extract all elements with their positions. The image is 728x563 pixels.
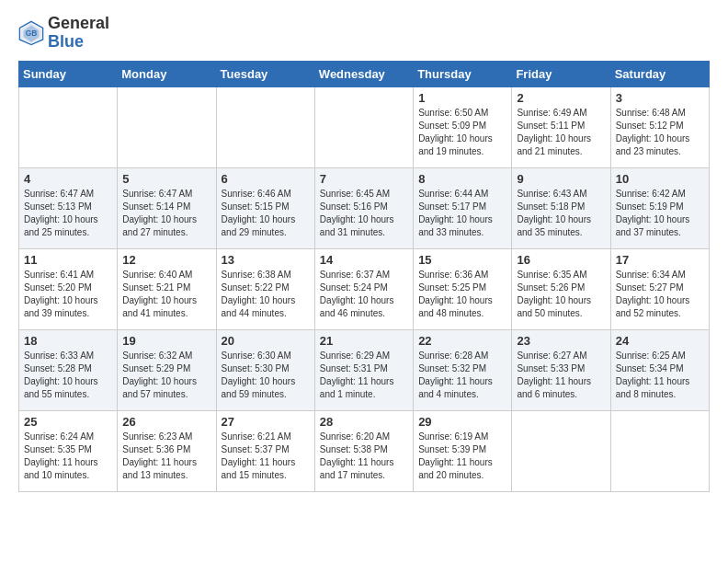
calendar-day-cell: 11Sunrise: 6:41 AM Sunset: 5:20 PM Dayli… <box>19 248 118 329</box>
day-info: Sunrise: 6:49 AM Sunset: 5:11 PM Dayligh… <box>517 107 605 158</box>
day-info: Sunrise: 6:28 AM Sunset: 5:32 PM Dayligh… <box>418 350 506 401</box>
day-info: Sunrise: 6:47 AM Sunset: 5:13 PM Dayligh… <box>24 188 112 239</box>
day-info: Sunrise: 6:21 AM Sunset: 5:37 PM Dayligh… <box>222 431 310 482</box>
day-number: 12 <box>122 253 210 267</box>
day-of-week-header: Thursday <box>414 61 512 86</box>
calendar-day-cell <box>19 86 118 167</box>
calendar-day-cell: 25Sunrise: 6:24 AM Sunset: 5:35 PM Dayli… <box>19 410 118 491</box>
logo-text: GeneralBlue <box>48 15 109 52</box>
day-info: Sunrise: 6:34 AM Sunset: 5:27 PM Dayligh… <box>616 269 704 320</box>
calendar-day-cell: 22Sunrise: 6:28 AM Sunset: 5:32 PM Dayli… <box>414 329 512 410</box>
day-info: Sunrise: 6:41 AM Sunset: 5:20 PM Dayligh… <box>24 269 112 320</box>
day-number: 11 <box>24 253 112 267</box>
calendar-week-row: 25Sunrise: 6:24 AM Sunset: 5:35 PM Dayli… <box>19 410 710 491</box>
calendar-day-cell: 4Sunrise: 6:47 AM Sunset: 5:13 PM Daylig… <box>19 167 118 248</box>
calendar-day-cell: 2Sunrise: 6:49 AM Sunset: 5:11 PM Daylig… <box>512 86 610 167</box>
day-number: 10 <box>616 172 704 186</box>
day-number: 15 <box>418 253 506 267</box>
calendar-day-cell: 8Sunrise: 6:44 AM Sunset: 5:17 PM Daylig… <box>414 167 512 248</box>
calendar-day-cell: 16Sunrise: 6:35 AM Sunset: 5:26 PM Dayli… <box>512 248 610 329</box>
calendar-day-cell: 19Sunrise: 6:32 AM Sunset: 5:29 PM Dayli… <box>118 329 216 410</box>
day-number: 25 <box>24 415 112 429</box>
day-info: Sunrise: 6:20 AM Sunset: 5:38 PM Dayligh… <box>320 431 408 482</box>
calendar-day-cell <box>512 410 610 491</box>
day-info: Sunrise: 6:29 AM Sunset: 5:31 PM Dayligh… <box>320 350 408 401</box>
day-number: 1 <box>418 91 506 105</box>
calendar-day-cell: 3Sunrise: 6:48 AM Sunset: 5:12 PM Daylig… <box>610 86 709 167</box>
day-number: 27 <box>222 415 310 429</box>
calendar-day-cell <box>118 86 216 167</box>
calendar-day-cell: 6Sunrise: 6:46 AM Sunset: 5:15 PM Daylig… <box>216 167 314 248</box>
header: GB GeneralBlue <box>18 15 710 52</box>
calendar-day-cell: 24Sunrise: 6:25 AM Sunset: 5:34 PM Dayli… <box>610 329 709 410</box>
calendar-day-cell: 28Sunrise: 6:20 AM Sunset: 5:38 PM Dayli… <box>314 410 413 491</box>
calendar-day-cell: 18Sunrise: 6:33 AM Sunset: 5:28 PM Dayli… <box>19 329 118 410</box>
calendar-day-cell: 9Sunrise: 6:43 AM Sunset: 5:18 PM Daylig… <box>512 167 610 248</box>
calendar-day-cell: 7Sunrise: 6:45 AM Sunset: 5:16 PM Daylig… <box>314 167 413 248</box>
calendar-day-cell: 26Sunrise: 6:23 AM Sunset: 5:36 PM Dayli… <box>118 410 216 491</box>
day-of-week-header: Tuesday <box>216 61 314 86</box>
calendar-day-cell <box>610 410 709 491</box>
calendar-day-cell: 13Sunrise: 6:38 AM Sunset: 5:22 PM Dayli… <box>216 248 314 329</box>
logo-icon: GB <box>18 20 44 46</box>
day-info: Sunrise: 6:25 AM Sunset: 5:34 PM Dayligh… <box>616 350 704 401</box>
calendar-week-row: 18Sunrise: 6:33 AM Sunset: 5:28 PM Dayli… <box>19 329 710 410</box>
calendar-table: SundayMondayTuesdayWednesdayThursdayFrid… <box>18 61 710 492</box>
day-info: Sunrise: 6:40 AM Sunset: 5:21 PM Dayligh… <box>122 269 210 320</box>
day-info: Sunrise: 6:24 AM Sunset: 5:35 PM Dayligh… <box>24 431 112 482</box>
day-of-week-header: Sunday <box>19 61 118 86</box>
day-number: 5 <box>122 172 210 186</box>
calendar-day-cell: 20Sunrise: 6:30 AM Sunset: 5:30 PM Dayli… <box>216 329 314 410</box>
day-info: Sunrise: 6:47 AM Sunset: 5:14 PM Dayligh… <box>122 188 210 239</box>
calendar-day-cell: 17Sunrise: 6:34 AM Sunset: 5:27 PM Dayli… <box>610 248 709 329</box>
day-number: 24 <box>616 334 704 348</box>
calendar-day-cell <box>216 86 314 167</box>
day-info: Sunrise: 6:50 AM Sunset: 5:09 PM Dayligh… <box>418 107 506 158</box>
logo: GB GeneralBlue <box>18 15 109 52</box>
day-number: 8 <box>418 172 506 186</box>
day-number: 9 <box>517 172 605 186</box>
day-number: 20 <box>222 334 310 348</box>
calendar-day-cell <box>314 86 413 167</box>
day-number: 6 <box>222 172 310 186</box>
calendar-header-row: SundayMondayTuesdayWednesdayThursdayFrid… <box>19 61 710 86</box>
day-info: Sunrise: 6:27 AM Sunset: 5:33 PM Dayligh… <box>517 350 605 401</box>
day-info: Sunrise: 6:48 AM Sunset: 5:12 PM Dayligh… <box>616 107 704 158</box>
day-number: 18 <box>24 334 112 348</box>
day-info: Sunrise: 6:43 AM Sunset: 5:18 PM Dayligh… <box>517 188 605 239</box>
day-number: 7 <box>320 172 408 186</box>
day-number: 17 <box>616 253 704 267</box>
day-info: Sunrise: 6:45 AM Sunset: 5:16 PM Dayligh… <box>320 188 408 239</box>
day-number: 26 <box>122 415 210 429</box>
calendar-day-cell: 21Sunrise: 6:29 AM Sunset: 5:31 PM Dayli… <box>314 329 413 410</box>
day-number: 21 <box>320 334 408 348</box>
day-info: Sunrise: 6:35 AM Sunset: 5:26 PM Dayligh… <box>517 269 605 320</box>
day-info: Sunrise: 6:30 AM Sunset: 5:30 PM Dayligh… <box>222 350 310 401</box>
day-of-week-header: Wednesday <box>314 61 413 86</box>
day-info: Sunrise: 6:36 AM Sunset: 5:25 PM Dayligh… <box>418 269 506 320</box>
day-number: 13 <box>222 253 310 267</box>
day-info: Sunrise: 6:42 AM Sunset: 5:19 PM Dayligh… <box>616 188 704 239</box>
day-of-week-header: Saturday <box>610 61 709 86</box>
day-info: Sunrise: 6:33 AM Sunset: 5:28 PM Dayligh… <box>24 350 112 401</box>
day-info: Sunrise: 6:44 AM Sunset: 5:17 PM Dayligh… <box>418 188 506 239</box>
calendar-week-row: 4Sunrise: 6:47 AM Sunset: 5:13 PM Daylig… <box>19 167 710 248</box>
calendar-day-cell: 5Sunrise: 6:47 AM Sunset: 5:14 PM Daylig… <box>118 167 216 248</box>
day-info: Sunrise: 6:23 AM Sunset: 5:36 PM Dayligh… <box>122 431 210 482</box>
svg-text:GB: GB <box>26 29 38 38</box>
calendar-week-row: 1Sunrise: 6:50 AM Sunset: 5:09 PM Daylig… <box>19 86 710 167</box>
day-info: Sunrise: 6:38 AM Sunset: 5:22 PM Dayligh… <box>222 269 310 320</box>
day-number: 22 <box>418 334 506 348</box>
calendar-day-cell: 29Sunrise: 6:19 AM Sunset: 5:39 PM Dayli… <box>414 410 512 491</box>
calendar-day-cell: 1Sunrise: 6:50 AM Sunset: 5:09 PM Daylig… <box>414 86 512 167</box>
day-of-week-header: Monday <box>118 61 216 86</box>
calendar-day-cell: 14Sunrise: 6:37 AM Sunset: 5:24 PM Dayli… <box>314 248 413 329</box>
day-number: 29 <box>418 415 506 429</box>
day-number: 2 <box>517 91 605 105</box>
day-of-week-header: Friday <box>512 61 610 86</box>
calendar-day-cell: 23Sunrise: 6:27 AM Sunset: 5:33 PM Dayli… <box>512 329 610 410</box>
calendar-day-cell: 10Sunrise: 6:42 AM Sunset: 5:19 PM Dayli… <box>610 167 709 248</box>
day-info: Sunrise: 6:19 AM Sunset: 5:39 PM Dayligh… <box>418 431 506 482</box>
day-info: Sunrise: 6:46 AM Sunset: 5:15 PM Dayligh… <box>222 188 310 239</box>
calendar-day-cell: 27Sunrise: 6:21 AM Sunset: 5:37 PM Dayli… <box>216 410 314 491</box>
